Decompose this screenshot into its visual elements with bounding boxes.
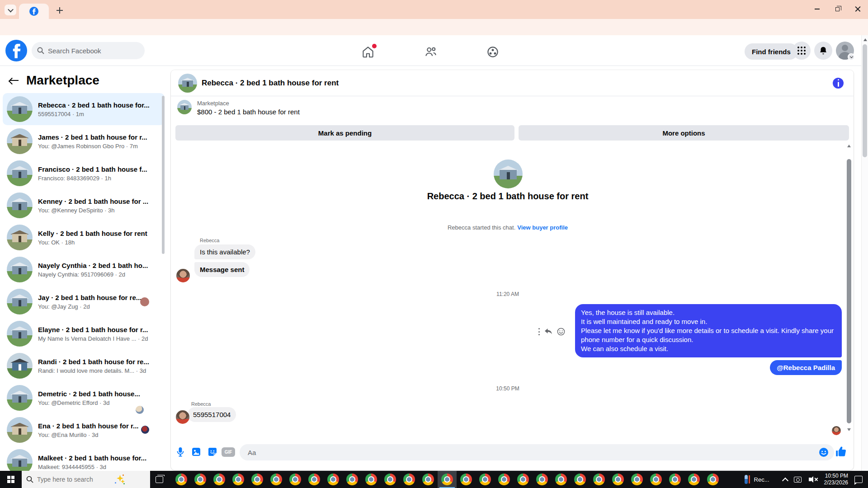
chrome-taskbar-icon[interactable] <box>627 471 646 488</box>
facebook-search[interactable] <box>32 42 145 59</box>
conversation-list-item[interactable]: Kelly · 2 bed 1 bath house for rent You:… <box>3 221 165 253</box>
chrome-taskbar-icon[interactable] <box>609 471 627 488</box>
message-more-icon[interactable] <box>538 328 540 335</box>
chrome-taskbar-icon[interactable] <box>400 471 419 488</box>
conversation-list-item[interactable]: Elayne · 2 bed 1 bath house for r... My … <box>3 318 165 350</box>
conversation-list-item[interactable]: Nayely Cynthia · 2 bed 1 bath ho... Naye… <box>3 253 165 286</box>
message-input-field[interactable] <box>248 449 816 456</box>
taskbar-clock[interactable]: 10:50 PM 2/23/2026 <box>824 473 848 486</box>
marketplace-context-row[interactable]: Marketplace $800 - 2 bed 1 bath house fo… <box>177 100 300 116</box>
chrome-taskbar-icon[interactable] <box>476 471 495 488</box>
conversation-title: Kelly · 2 bed 1 bath house for rent <box>38 230 151 237</box>
conversation-list-item[interactable]: Kenney · 2 bed 1 bath house for ... You:… <box>3 189 165 221</box>
chrome-taskbar-icon[interactable] <box>552 471 571 488</box>
incoming-message-bubble[interactable]: Is this available? <box>194 244 255 259</box>
chrome-taskbar-icon[interactable] <box>457 471 476 488</box>
react-emoji-icon[interactable] <box>557 328 565 336</box>
chrome-taskbar-icon[interactable] <box>590 471 609 488</box>
friends-tab[interactable] <box>424 45 438 59</box>
facebook-logo[interactable] <box>5 40 27 61</box>
chrome-taskbar-icon[interactable] <box>362 471 381 488</box>
chrome-taskbar-icon[interactable] <box>665 471 684 488</box>
volume-muted-icon[interactable] <box>809 476 818 483</box>
chrome-taskbar-icon[interactable] <box>514 471 533 488</box>
page-scrollbar-thumb[interactable] <box>863 44 867 157</box>
back-arrow-icon[interactable] <box>8 75 20 86</box>
outgoing-mention-bubble[interactable]: @Rebecca Padilla <box>770 360 842 375</box>
taskbar-search-input[interactable] <box>37 476 114 483</box>
chrome-taskbar-icon[interactable] <box>210 471 229 488</box>
chrome-taskbar-icon[interactable] <box>381 471 400 488</box>
chrome-taskbar-icon[interactable] <box>172 471 191 488</box>
gif-button[interactable]: GIF <box>222 447 235 457</box>
chrome-taskbar-icon[interactable] <box>229 471 248 488</box>
voice-clip-button[interactable] <box>175 446 186 458</box>
scroll-up-arrow-icon[interactable] <box>863 38 867 41</box>
tray-expand-icon[interactable] <box>782 478 788 484</box>
chrome-taskbar-icon[interactable] <box>419 471 438 488</box>
more-options-button[interactable]: More options <box>519 125 849 141</box>
chrome-taskbar-icon[interactable] <box>248 471 267 488</box>
message-input[interactable] <box>240 444 834 460</box>
window-minimize-button[interactable] <box>807 0 827 18</box>
chat-scroll-down-icon[interactable] <box>847 428 851 431</box>
browser-tab-facebook[interactable] <box>19 4 49 19</box>
chat-scrollbar-thumb[interactable] <box>847 159 851 423</box>
action-center-icon[interactable] <box>854 476 863 483</box>
chrome-taskbar-icon[interactable] <box>684 471 703 488</box>
sticker-button[interactable] <box>207 446 218 458</box>
chrome-taskbar-icon[interactable] <box>495 471 514 488</box>
temperature-app-icon[interactable] <box>743 474 751 484</box>
conversation-list-item[interactable]: Jay · 2 bed 1 bath house for re... You: … <box>3 286 165 318</box>
reply-icon[interactable] <box>544 328 552 335</box>
display-cast-icon[interactable] <box>794 477 802 483</box>
emoji-picker-button[interactable] <box>819 447 829 457</box>
listing-house-avatar <box>7 385 33 411</box>
chrome-taskbar-icon[interactable] <box>191 471 210 488</box>
chrome-taskbar-icon[interactable] <box>343 471 362 488</box>
new-tab-button[interactable] <box>54 5 65 16</box>
chrome-taskbar-icon[interactable] <box>703 471 722 488</box>
chrome-taskbar-icon[interactable] <box>646 471 665 488</box>
window-restore-button[interactable] <box>827 0 848 18</box>
taskbar-search[interactable] <box>22 471 150 488</box>
page-scrollbar[interactable] <box>861 35 868 479</box>
notifications-button[interactable] <box>814 42 832 60</box>
home-tab[interactable] <box>361 45 375 59</box>
chrome-taskbar-icon[interactable] <box>324 471 343 488</box>
apps-menu-button[interactable] <box>793 42 811 60</box>
conversation-list-item[interactable]: Randi · 2 bed 1 bath house for re... Ran… <box>3 350 165 382</box>
conversation-list-item[interactable]: Francisco · 2 bed 1 bath house f... Fran… <box>3 157 165 189</box>
sidebar-scrollbar-thumb[interactable] <box>162 96 165 254</box>
conversation-list-item[interactable]: Rebecca · 2 bed 1 bath house for... 5595… <box>3 93 165 125</box>
find-friends-button[interactable]: Find friends <box>745 43 798 60</box>
chrome-taskbar-icon[interactable] <box>438 471 457 488</box>
window-close-button[interactable] <box>848 0 868 18</box>
view-buyer-profile-link[interactable]: View buyer profile <box>517 224 568 231</box>
conversation-list-item[interactable]: Demetric · 2 bed 1 bath house... You: @D… <box>3 382 165 414</box>
chat-scroll-up-icon[interactable] <box>847 145 851 147</box>
search-input[interactable] <box>48 47 134 55</box>
incoming-message-bubble[interactable]: 5595517004 <box>188 407 236 422</box>
chat-scrollbar[interactable] <box>846 145 852 438</box>
conversation-info-icon[interactable] <box>833 78 844 89</box>
chrome-taskbar-icon[interactable] <box>305 471 324 488</box>
chrome-taskbar-icon[interactable] <box>533 471 552 488</box>
mark-as-pending-button[interactable]: Mark as pending <box>175 125 514 141</box>
chrome-taskbar-icon[interactable] <box>571 471 590 488</box>
chrome-taskbar-icon[interactable] <box>286 471 305 488</box>
conversation-list-item[interactable]: James · 2 bed 1 bath house for r... You:… <box>3 125 165 157</box>
like-button[interactable] <box>835 446 847 458</box>
tab-search-chevron-icon[interactable] <box>5 5 16 15</box>
tray-app-label[interactable]: Rec... <box>754 476 775 483</box>
chrome-icon <box>498 474 510 485</box>
start-button[interactable] <box>0 471 22 488</box>
account-menu-button[interactable] <box>836 42 854 60</box>
outgoing-message-bubble[interactable]: Yes, the house is still available.It is … <box>575 304 842 357</box>
conversation-list-item[interactable]: Ena · 2 bed 1 bath house for r... You: @… <box>3 414 165 446</box>
task-view-button[interactable] <box>150 471 168 488</box>
chrome-taskbar-icon[interactable] <box>267 471 286 488</box>
attach-photo-button[interactable] <box>190 446 202 458</box>
incoming-message-bubble[interactable]: Message sent <box>194 262 250 277</box>
communities-tab[interactable] <box>486 45 500 59</box>
